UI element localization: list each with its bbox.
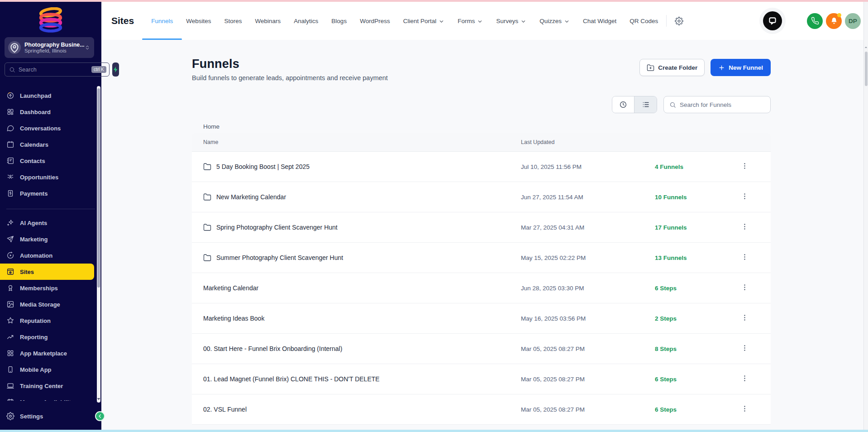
- tab-blogs[interactable]: Blogs: [331, 2, 347, 40]
- list-view-button[interactable]: [634, 96, 657, 113]
- scroll-down-arrow-icon[interactable]: [96, 396, 101, 402]
- tab-funnels[interactable]: Funnels: [151, 2, 173, 40]
- recent-view-button[interactable]: [612, 96, 634, 113]
- sidebar-item-media-storage[interactable]: Media Storage: [0, 296, 94, 312]
- sidebar-item-mobile-app[interactable]: Mobile App: [0, 361, 94, 378]
- row-menu-button[interactable]: [738, 312, 751, 325]
- list-icon: [642, 101, 650, 109]
- table-row[interactable]: New Marketing Calendar Jun 27, 2025 11:5…: [192, 182, 771, 212]
- table-row[interactable]: 02. VSL Funnel Mar 05, 2025 08:27 PM 6 S…: [192, 394, 771, 425]
- quick-actions-button[interactable]: [112, 62, 119, 77]
- memberships-icon: [6, 284, 14, 292]
- table-header: Name Last Updated: [192, 133, 771, 152]
- mobile-app-icon: [6, 365, 14, 374]
- table-row[interactable]: 00. Start Here - Funnel Brix Onboarding …: [192, 334, 771, 364]
- table-row[interactable]: Marketing Ideas Book May 16, 2025 03:56 …: [192, 303, 771, 334]
- funnel-search-input[interactable]: [680, 101, 765, 108]
- tab-surveys[interactable]: Surveys: [496, 2, 526, 40]
- notifications-button[interactable]: [826, 13, 842, 29]
- sidebar-item-marketing[interactable]: Marketing: [0, 231, 94, 247]
- row-count-link[interactable]: 6 Steps: [655, 406, 677, 413]
- tab-forms[interactable]: Forms: [458, 2, 483, 40]
- sidebar-search[interactable]: ctrl K: [5, 62, 110, 77]
- sidebar-item-manage-availability[interactable]: Manage Availability: [0, 394, 94, 401]
- sidebar-item-contacts[interactable]: Contacts: [0, 153, 94, 169]
- row-menu-button[interactable]: [738, 281, 751, 295]
- row-name: 5 Day Booking Boost | Sept 2025: [216, 163, 310, 170]
- sidebar-item-memberships[interactable]: Memberships: [0, 280, 94, 296]
- row-count-link[interactable]: 6 Steps: [655, 285, 677, 292]
- sidebar-item-reporting[interactable]: Reporting: [0, 329, 94, 345]
- tab-chat-widget[interactable]: Chat Widget: [583, 2, 616, 40]
- sidebar-item-dashboard[interactable]: Dashboard: [0, 104, 94, 120]
- lightning-bolt-icon: [112, 66, 119, 73]
- row-count-link[interactable]: 8 Steps: [655, 346, 677, 352]
- help-chat-button[interactable]: [763, 11, 782, 30]
- sidebar-collapse-button[interactable]: [95, 411, 105, 421]
- row-menu-button[interactable]: [738, 342, 751, 355]
- row-menu-button[interactable]: [738, 160, 751, 173]
- row-menu-button[interactable]: [738, 251, 751, 264]
- sidebar-item-ai-agents[interactable]: AI Agents: [0, 215, 94, 231]
- funnel-search[interactable]: [663, 96, 771, 113]
- sidebar-item-automation[interactable]: Automation: [0, 247, 94, 264]
- sidebar-item-app-marketplace[interactable]: App Marketplace: [0, 345, 94, 361]
- sidebar-scrollbar[interactable]: [97, 86, 100, 403]
- phone-button[interactable]: [807, 13, 823, 29]
- location-pin-icon: [8, 41, 21, 54]
- tab-stores[interactable]: Stores: [224, 2, 242, 40]
- row-count-link[interactable]: 13 Funnels: [655, 254, 687, 261]
- sites-settings-gear-icon[interactable]: [675, 17, 683, 25]
- row-count-link[interactable]: 10 Funnels: [655, 194, 687, 201]
- table-row[interactable]: Marketing Calendar Jun 28, 2025 03:30 PM…: [192, 273, 771, 303]
- tab-wordpress[interactable]: WordPress: [360, 2, 390, 40]
- row-count-link[interactable]: 4 Funnels: [655, 163, 683, 170]
- sidebar-item-calendars[interactable]: Calendars: [0, 136, 94, 153]
- tab-quizzes[interactable]: Quizzes: [539, 2, 570, 40]
- sidebar-item-training-center[interactable]: Training Center: [0, 378, 94, 394]
- launchpad-icon: [6, 91, 14, 100]
- main-area: Sites Funnels Websites Stores Webinars A…: [101, 2, 868, 430]
- row-menu-button[interactable]: [738, 221, 751, 234]
- sidebar-item-launchpad[interactable]: Launchpad: [0, 87, 94, 104]
- row-menu-button[interactable]: [738, 190, 751, 204]
- table-row[interactable]: 01. Lead Magnet (Funnel Brix) CLONE THIS…: [192, 364, 771, 394]
- sidebar-item-settings[interactable]: Settings: [0, 408, 94, 424]
- sidebar-item-reputation[interactable]: Reputation: [0, 312, 94, 329]
- recording-border-top: [0, 0, 868, 2]
- sidebar-item-opportunities[interactable]: Opportunities: [0, 169, 94, 185]
- new-funnel-button[interactable]: New Funnel: [711, 59, 771, 76]
- tab-analytics[interactable]: Analytics: [294, 2, 318, 40]
- reporting-icon: [6, 333, 14, 341]
- sidebar-scrollbar-thumb[interactable]: [97, 88, 100, 288]
- row-menu-button[interactable]: [738, 372, 751, 386]
- table-row[interactable]: 5 Day Booking Boost | Sept 2025 Jul 10, …: [192, 152, 771, 182]
- tab-client-portal[interactable]: Client Portal: [403, 2, 445, 40]
- row-menu-button[interactable]: [738, 403, 751, 416]
- row-count-link[interactable]: 6 Steps: [655, 376, 677, 383]
- page-scrollbar[interactable]: [863, 2, 868, 430]
- create-folder-button[interactable]: Create Folder: [639, 59, 705, 76]
- scroll-up-arrow-icon[interactable]: [864, 45, 868, 49]
- row-count-link[interactable]: 17 Funnels: [655, 224, 687, 231]
- tab-webinars[interactable]: Webinars: [255, 2, 281, 40]
- create-folder-label: Create Folder: [658, 64, 697, 71]
- user-avatar[interactable]: DP: [845, 13, 861, 29]
- sidebar-item-sites[interactable]: Sites: [0, 264, 94, 280]
- kebab-icon: [741, 253, 749, 261]
- row-name: 01. Lead Magnet (Funnel Brix) CLONE THIS…: [203, 375, 380, 383]
- sidebar-item-payments[interactable]: Payments: [0, 185, 94, 202]
- table-row[interactable]: Summer Photography Client Scavenger Hunt…: [192, 243, 771, 273]
- sidebar-search-input[interactable]: [19, 67, 91, 73]
- breadcrumb[interactable]: Home: [192, 123, 771, 130]
- gear-icon: [6, 412, 14, 420]
- page-scrollbar-thumb[interactable]: [865, 52, 868, 86]
- table-row[interactable]: Spring Photography Client Scavenger Hunt…: [192, 212, 771, 243]
- account-switcher[interactable]: Photography Busine... Springfield, Illin…: [5, 37, 94, 58]
- chat-bubble-icon: [768, 16, 777, 26]
- tabs-divider: [666, 15, 667, 27]
- tab-websites[interactable]: Websites: [186, 2, 211, 40]
- tab-qr-codes[interactable]: QR Codes: [630, 2, 658, 40]
- sidebar-item-conversations[interactable]: Conversations: [0, 120, 94, 136]
- row-count-link[interactable]: 2 Steps: [655, 315, 677, 322]
